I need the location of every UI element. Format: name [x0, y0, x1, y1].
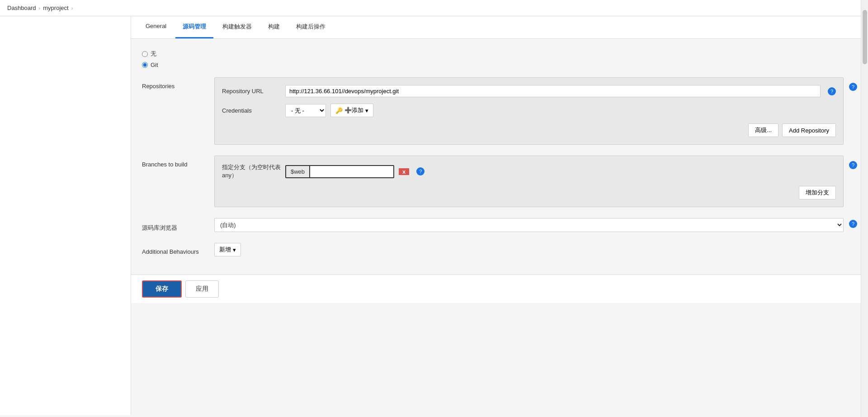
repo-buttons-row: 高级... Add Repository: [222, 123, 836, 137]
source-browser-row: 源码库浏览器 (自动) gitLabBrowser githubWeb redm…: [142, 218, 844, 232]
advanced-button[interactable]: 高级...: [748, 123, 778, 137]
breadcrumb-dashboard[interactable]: Dashboard: [7, 5, 36, 11]
tab-post[interactable]: 构建后操作: [289, 16, 333, 38]
repo-url-input[interactable]: [285, 85, 821, 97]
branches-row: Branches to build 指定分支（为空时代表any） $web x …: [142, 156, 844, 207]
additional-behaviours-label: Additional Behaviours: [142, 243, 214, 256]
credentials-select[interactable]: - 无 -: [285, 104, 326, 117]
credentials-label: Credentials: [222, 107, 281, 114]
source-browser-label: 源码库浏览器: [142, 218, 214, 232]
key-icon: 🔑: [335, 107, 343, 114]
repositories-content: Repository URL ? Credentials - 无 - 🔑 ➕添加: [214, 77, 844, 145]
tab-general[interactable]: General: [138, 16, 174, 38]
credentials-row: Credentials - 无 - 🔑 ➕添加 ▾: [222, 104, 836, 117]
branches-section-wrapper: Branches to build 指定分支（为空时代表any） $web x …: [142, 156, 857, 207]
radio-none[interactable]: [142, 51, 148, 57]
scm-radio-group: 无 Git: [142, 50, 857, 68]
content-area: General 源码管理 构建触发器 构建 构建后操作 无 Git: [131, 16, 868, 415]
repositories-label: Repositories: [142, 77, 214, 145]
main-wrapper: General 源码管理 构建触发器 构建 构建后操作 无 Git: [0, 16, 868, 415]
additional-behaviours-content: 新增 ▾: [214, 243, 241, 256]
add-repository-button[interactable]: Add Repository: [782, 123, 836, 137]
breadcrumb-arrow-2: ›: [71, 5, 73, 11]
repositories-section-wrapper: Repositories Repository URL ? Credential…: [142, 77, 857, 145]
branch-field-label: 指定分支（为空时代表any）: [222, 163, 281, 180]
branches-help-icon[interactable]: ?: [849, 161, 857, 169]
source-browser-section-wrapper: 源码库浏览器 (自动) gitLabBrowser githubWeb redm…: [142, 218, 857, 232]
add-credentials-button[interactable]: 🔑 ➕添加 ▾: [330, 104, 373, 117]
tab-bar: General 源码管理 构建触发器 构建 构建后操作: [131, 16, 868, 39]
add-branch-row: 增加分支: [222, 186, 836, 199]
repo-url-label: Repository URL: [222, 88, 281, 95]
branch-input-wrapper: $web: [285, 165, 394, 178]
save-button[interactable]: 保存: [142, 280, 182, 298]
add-btn-label: ➕添加: [344, 106, 363, 114]
branch-field-row: 指定分支（为空时代表any） $web x ?: [222, 163, 836, 180]
new-btn-label: 新增: [219, 246, 231, 254]
additional-behaviours-row: Additional Behaviours 新增 ▾: [142, 243, 857, 256]
tab-scm[interactable]: 源码管理: [175, 16, 213, 38]
tab-trigger[interactable]: 构建触发器: [215, 16, 259, 38]
scrollbar-track: [861, 0, 868, 415]
breadcrumb: Dashboard › myproject ›: [0, 0, 868, 16]
branches-content: 指定分支（为空时代表any） $web x ? 增加分支: [214, 156, 844, 207]
apply-button[interactable]: 应用: [185, 280, 219, 298]
new-behaviour-button[interactable]: 新增 ▾: [214, 243, 241, 256]
breadcrumb-project[interactable]: myproject: [43, 5, 68, 11]
breadcrumb-arrow-1: ›: [39, 5, 41, 11]
radio-git[interactable]: [142, 62, 148, 68]
radio-git-item: Git: [142, 62, 857, 68]
add-btn-dropdown-icon: ▾: [365, 107, 368, 114]
repositories-help-icon[interactable]: ?: [849, 83, 857, 91]
repo-url-row: Repository URL ?: [222, 85, 836, 97]
sidebar: [0, 16, 131, 415]
branch-help-icon[interactable]: ?: [416, 167, 425, 175]
repo-url-help-icon[interactable]: ?: [828, 87, 836, 95]
repositories-row: Repositories Repository URL ? Credential…: [142, 77, 844, 145]
source-browser-select[interactable]: (自动) gitLabBrowser githubWeb redmineweb …: [214, 218, 844, 232]
source-browser-help-icon[interactable]: ?: [849, 220, 857, 228]
new-btn-dropdown-icon: ▾: [233, 246, 236, 253]
radio-none-item: 无: [142, 50, 857, 58]
branches-label: Branches to build: [142, 156, 214, 207]
remove-branch-button[interactable]: x: [399, 168, 409, 175]
branch-input[interactable]: [310, 166, 393, 177]
branch-tag: $web: [286, 166, 310, 177]
radio-none-label: 无: [151, 50, 156, 58]
tab-build[interactable]: 构建: [261, 16, 287, 38]
form-area: 无 Git Repositories Repository URL: [131, 39, 868, 275]
add-branch-button[interactable]: 增加分支: [799, 186, 836, 199]
bottom-bar: 保存 应用: [131, 275, 868, 303]
scrollbar-thumb[interactable]: [863, 10, 867, 64]
radio-git-label: Git: [151, 62, 158, 68]
